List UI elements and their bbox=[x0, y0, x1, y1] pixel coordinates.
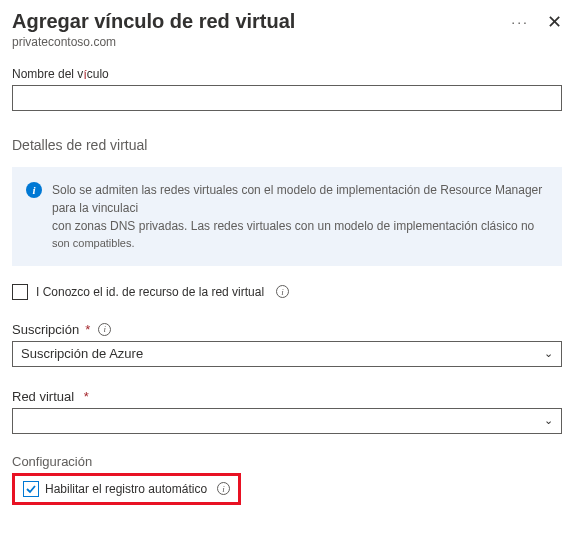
subscription-dropdown[interactable]: Suscripción de Azure ⌄ bbox=[12, 341, 562, 367]
auto-registration-highlight: Habilitar el registro automáticoi bbox=[12, 473, 241, 505]
info-circle-icon[interactable]: i bbox=[217, 482, 230, 495]
know-resource-id-checkbox[interactable] bbox=[12, 284, 28, 300]
subscription-value: Suscripción de Azure bbox=[21, 346, 143, 361]
more-actions-icon[interactable]: ··· bbox=[511, 14, 529, 30]
info-text: Solo se admiten las redes virtuales con … bbox=[52, 181, 548, 252]
link-name-input[interactable] bbox=[12, 85, 562, 111]
required-marker: * bbox=[85, 322, 90, 337]
chevron-down-icon: ⌄ bbox=[544, 347, 553, 360]
info-banner: i Solo se admiten las redes virtuales co… bbox=[12, 167, 562, 266]
subscription-label: Suscripción bbox=[12, 322, 79, 337]
config-heading: Configuración bbox=[12, 454, 562, 469]
panel-subtitle: privatecontoso.com bbox=[12, 35, 562, 49]
info-circle-icon[interactable]: i bbox=[276, 285, 289, 298]
chevron-down-icon: ⌄ bbox=[544, 414, 553, 427]
vnet-details-heading: Detalles de red virtual bbox=[12, 137, 562, 153]
vnet-label: Red virtual bbox=[12, 389, 74, 404]
required-marker: * bbox=[80, 389, 89, 404]
panel-title: Agregar vínculo de red virtual bbox=[12, 10, 295, 33]
vnet-dropdown[interactable]: ⌄ bbox=[12, 408, 562, 434]
link-name-label: Nombre del vículo bbox=[12, 67, 562, 81]
auto-registration-checkbox[interactable] bbox=[23, 481, 39, 497]
info-icon: i bbox=[26, 182, 42, 198]
info-circle-icon[interactable]: i bbox=[98, 323, 111, 336]
know-resource-id-label: I Conozco el id. de recurso de la red vi… bbox=[36, 285, 264, 299]
auto-registration-label: Habilitar el registro automático bbox=[45, 482, 207, 496]
close-icon[interactable]: ✕ bbox=[547, 11, 562, 33]
